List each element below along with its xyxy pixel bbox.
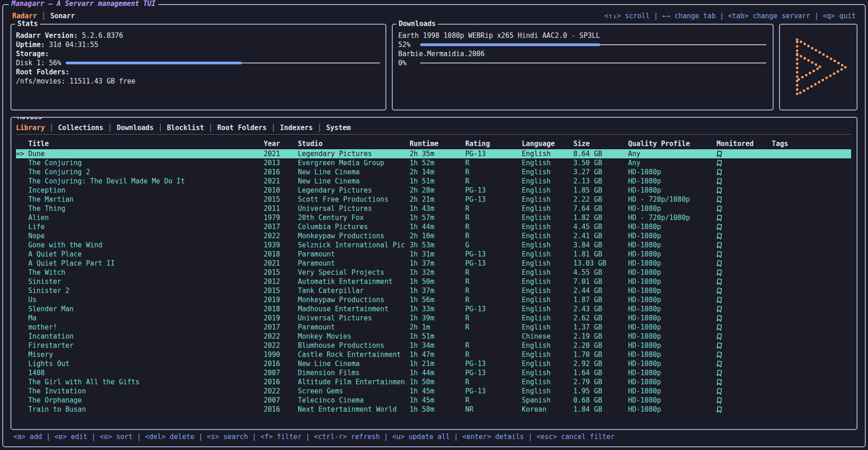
table-row[interactable]: The Conjuring: The Devil Made Me Do It20… [16, 177, 851, 186]
column-header-studio: Studio [298, 139, 410, 149]
cell-monitored [717, 387, 772, 396]
cell-quality-profile: HD-1080p [628, 268, 717, 277]
table-row[interactable]: The Girl with All the Gifts2016Altitude … [16, 377, 851, 387]
table-row[interactable]: Lights Out2016New Line Cinema1h 21mPG-13… [16, 359, 851, 368]
monitored-bookmark-icon [717, 187, 722, 194]
table-row[interactable]: Nope2022Monkeypaw Productions2h 10mREngl… [16, 231, 851, 241]
table-row[interactable]: A Quiet Place Part II2021Paramount1h 37m… [16, 259, 851, 268]
movies-tab-root-folders[interactable]: Root Folders [217, 124, 266, 132]
cell-quality-profile: HD-1080p [628, 241, 717, 250]
movies-tab-library[interactable]: Library [16, 124, 45, 132]
cell-monitored [717, 167, 772, 177]
monitored-bookmark-icon [717, 296, 722, 304]
movies-tab-collections[interactable]: Collections [58, 124, 103, 132]
cell-studio: New Line Cinema [298, 359, 410, 368]
table-row[interactable]: Train to Busan2016Next Entertainment Wor… [16, 405, 851, 414]
movies-table-body: =>Dune2021Legendary Pictures2h 35mPG-13E… [16, 149, 851, 414]
table-row[interactable]: Sinister 22015Tank Caterpillar1h 37mREng… [16, 286, 851, 295]
table-row[interactable]: The Conjuring2013Evergreen Media Group1h… [16, 158, 851, 167]
cell-size: 1.64 GB [573, 368, 628, 377]
table-row[interactable]: The Invitation2022Screen Gems1h 45mPG-13… [16, 387, 851, 396]
monitored-bookmark-icon [717, 214, 722, 222]
movies-tab-downloads[interactable]: Downloads [117, 124, 154, 132]
cell-rating: R [465, 167, 522, 177]
cell-title: Nope [28, 231, 264, 241]
cell-quality-profile: HD-1080p [628, 286, 717, 295]
table-row[interactable]: The Thing2011Universal Pictures1h 43mREn… [16, 204, 851, 213]
cell-language: English [522, 195, 573, 204]
cell-rating: PG-13 [465, 387, 522, 396]
cell-quality-profile: HD-1080p [628, 177, 717, 186]
cell-tags [772, 149, 851, 158]
cell-tags [772, 332, 851, 341]
row-selection-marker: => [16, 149, 28, 158]
row-selection-marker [16, 167, 28, 177]
help-key: <enter> [462, 433, 491, 441]
cell-studio: Monkey Movies [298, 332, 410, 341]
cell-tags [772, 277, 851, 286]
table-row[interactable]: Alien197920th Century Fox1h 57mREnglish1… [16, 213, 851, 222]
servarr-tab-sonarr[interactable]: Sonarr [50, 12, 75, 20]
help-key: <u> [392, 433, 405, 441]
table-row[interactable]: Incantation2022Monkey Movies1h 51mChines… [16, 332, 851, 341]
tab-separator: │ [204, 124, 217, 132]
table-row[interactable]: Slender Man2018Madhouse Entertainment1h … [16, 304, 851, 314]
table-row[interactable]: Inception2010Legendary Pictures2h 28mPG-… [16, 186, 851, 195]
cell-monitored [717, 213, 772, 222]
help-label: refresh [347, 433, 380, 441]
cell-year: 2016 [264, 167, 298, 177]
stats-storage-line: Storage: [16, 49, 380, 58]
disk-usage-bar-fill [66, 62, 242, 64]
cell-monitored [717, 195, 772, 204]
table-row[interactable]: Life2017Columbia Pictures1h 44mREnglish4… [16, 222, 851, 231]
cell-tags [772, 295, 851, 304]
cell-size: 1.84 GB [573, 405, 628, 414]
cell-tags [772, 195, 851, 204]
movies-tab-blocklist[interactable]: Blocklist [167, 124, 204, 132]
help-label: edit [67, 433, 87, 441]
bottom-help-bar: <a> add | <e> edit | <o> sort | <del> de… [10, 430, 858, 444]
row-selection-marker [16, 213, 28, 222]
table-row[interactable]: Ma2019Universal Pictures1h 39mREnglish2.… [16, 314, 851, 323]
table-row[interactable]: Gone with the Wind1939Selznick Internati… [16, 241, 851, 250]
cell-size: 2.79 GB [573, 377, 628, 387]
cell-studio: Automatik Entertainment [298, 277, 410, 286]
cell-language: English [522, 204, 573, 213]
cell-title: The Witch [28, 268, 264, 277]
help-label: add [26, 433, 42, 441]
help-key: <f> [260, 433, 273, 441]
table-row[interactable]: Us2019Monkeypaw Productions1h 56mREnglis… [16, 295, 851, 304]
cell-studio: Madhouse Entertainment [298, 304, 410, 314]
disk-usage-line: Disk 1: 56% [16, 58, 380, 68]
table-row[interactable]: The Conjuring 22016New Line Cinema2h 14m… [16, 167, 851, 177]
table-row[interactable]: 14082007Dimension Films1h 44mPG-13Englis… [16, 368, 851, 377]
table-row[interactable]: mother!2017Paramount2h 1mREnglish1.37 GB… [16, 323, 851, 332]
stats-version-line: Radarr Version: 5.2.6.8376 [16, 31, 380, 40]
cell-language: English [522, 359, 573, 368]
table-row[interactable]: The Witch2015Very Special Projects1h 32m… [16, 268, 851, 277]
cell-rating: R [465, 213, 522, 222]
table-row[interactable]: The Martian2015Scott Free Productions2h … [16, 195, 851, 204]
row-selection-marker [16, 350, 28, 359]
row-selection-marker [16, 231, 28, 241]
cell-tags [772, 304, 851, 314]
table-row[interactable]: Sinister2012Automatik Entertainment1h 50… [16, 277, 851, 286]
monitored-bookmark-icon [717, 378, 722, 386]
table-row[interactable]: A Quiet Place2018Paramount1h 31mPG-13Eng… [16, 250, 851, 259]
root-folder-value: /nfs/movies: 11511.43 GB free [16, 77, 135, 86]
cell-runtime: 1h 33m [410, 304, 465, 314]
table-row[interactable]: Misery1990Castle Rock Entertainment1h 47… [16, 350, 851, 359]
cell-title: The Orphanage [28, 396, 264, 405]
movies-tab-system[interactable]: System [326, 124, 351, 132]
cell-tags [772, 259, 851, 268]
download-progress-bar [420, 60, 766, 66]
cell-quality-profile: HD-1080p [628, 167, 717, 177]
table-row[interactable]: Firestarter2022Blumhouse Productions1h 3… [16, 341, 851, 350]
row-selection-marker [16, 195, 28, 204]
servarr-tab-radarr[interactable]: Radarr [12, 12, 37, 20]
movies-tab-indexers[interactable]: Indexers [280, 124, 313, 132]
row-selection-marker [16, 295, 28, 304]
stats-uptime-line: Uptime: 31d 04:31:55 [16, 40, 380, 49]
table-row[interactable]: =>Dune2021Legendary Pictures2h 35mPG-13E… [16, 149, 851, 158]
table-row[interactable]: The Orphanage2007Telecinco Cinema1h 45mR… [16, 396, 851, 405]
